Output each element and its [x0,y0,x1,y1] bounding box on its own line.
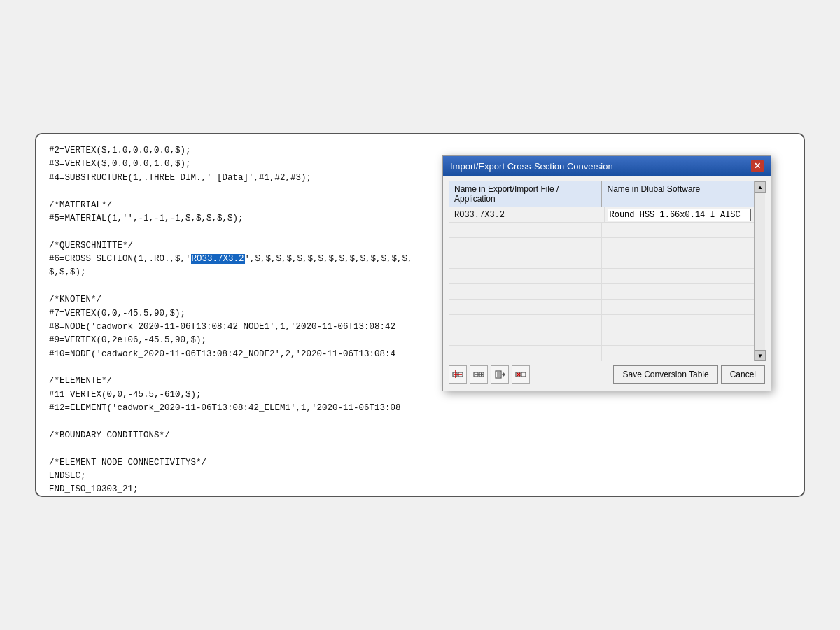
table-row [449,330,754,346]
cell-col2 [602,330,755,345]
cell-col1 [449,253,602,268]
dlubal-name-input[interactable] [608,209,752,221]
code-line: #12=ELEMENT('cadwork_2020-11-06T13:08:42… [49,402,791,415]
table-row [449,284,754,300]
cell-col1: RO33.7X3.2 [449,207,605,222]
move-right-button[interactable] [470,365,488,384]
cell-col2 [602,269,755,284]
scrollbar-track[interactable] [755,192,765,350]
import-button[interactable] [491,365,509,384]
vertical-scrollbar[interactable]: ▲ ▼ [754,181,765,361]
col1-header: Name in Export/Import File / Application [449,181,602,206]
cell-col2 [602,315,755,330]
cancel-button[interactable]: Cancel [721,365,765,384]
table-row [449,315,754,330]
main-window: #2=VERTEX($,1.0,0.0,0.0,$); #3=VERTEX($,… [35,133,805,497]
cell-col2[interactable] [605,207,755,222]
code-line: /*ELEMENT NODE CONNECTIVITYS*/ [49,456,791,470]
delete-icon [515,369,526,380]
cell-col2 [602,300,755,314]
highlighted-text: RO33.7X3.2 [191,254,245,264]
cell-col1 [449,300,602,314]
cell-col1 [449,284,602,299]
table-row [449,346,754,361]
cell-col2 [602,253,755,268]
code-line: /*BOUNDARY CONDITIONS*/ [49,429,791,442]
cell-col1 [449,330,602,345]
cell-col1 [449,315,602,330]
table-rows: RO33.7X3.2 [449,207,754,361]
table-row [449,300,754,315]
code-line: ENDSEC; [49,470,791,483]
dialog-toolbar: Save Conversion Table Cancel [449,365,765,384]
dialog-close-button[interactable]: ✕ [751,160,764,172]
cell-col2 [602,284,755,299]
table-main: Name in Export/Import File / Application… [449,181,754,361]
import-icon [494,369,505,380]
code-line: END_ISO_10303_21; [49,483,791,496]
delete-button[interactable] [512,365,530,384]
cell-col1 [449,238,602,253]
cell-col2 [602,346,755,361]
col2-header: Name in Dlubal Software [602,181,755,206]
arrow-right-icon [473,369,484,380]
table-row: RO33.7X3.2 [449,207,754,223]
cell-col1 [449,223,602,237]
dialog-titlebar: Import/Export Cross-Section Conversion ✕ [443,156,771,176]
table-row [449,238,754,253]
add-row-button[interactable] [449,365,467,384]
conversion-table: Name in Export/Import File / Application… [449,181,765,361]
table-row [449,269,754,284]
add-icon [452,369,463,380]
table-header: Name in Export/Import File / Application… [449,181,754,207]
svg-rect-15 [522,372,526,377]
cell-col2 [602,223,755,237]
cell-col2 [602,238,755,253]
save-conversion-table-button[interactable]: Save Conversion Table [613,365,718,384]
cell-col1 [449,346,602,361]
table-row [449,253,754,269]
code-line [49,442,791,456]
dialog: Import/Export Cross-Section Conversion ✕… [442,155,771,391]
table-row [449,223,754,238]
scroll-down-button[interactable]: ▼ [755,350,766,361]
dialog-body: Name in Export/Import File / Application… [443,176,771,391]
svg-marker-10 [503,372,505,377]
dialog-title: Import/Export Cross-Section Conversion [450,161,613,172]
code-line [49,416,791,429]
scroll-up-button[interactable]: ▲ [755,181,766,192]
cell-col1 [449,269,602,284]
